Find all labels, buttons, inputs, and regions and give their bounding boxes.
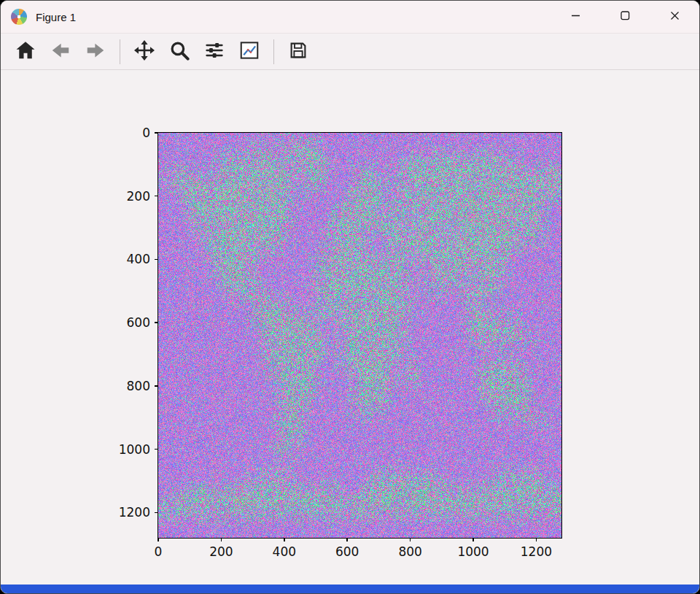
x-tick-label: 200 bbox=[209, 544, 233, 559]
y-tick-mark bbox=[155, 385, 158, 387]
y-tick-label: 1000 bbox=[119, 442, 150, 457]
y-tick-mark bbox=[155, 322, 158, 323]
home-button[interactable] bbox=[9, 36, 42, 67]
y-tick-label: 600 bbox=[127, 315, 150, 330]
back-arrow-icon bbox=[50, 39, 71, 63]
zoom-button[interactable] bbox=[163, 36, 195, 67]
x-tick-mark bbox=[410, 538, 411, 541]
y-tick-label: 0 bbox=[142, 126, 150, 140]
edit-plot-button[interactable] bbox=[233, 36, 265, 67]
close-icon bbox=[670, 11, 680, 23]
pan-button[interactable] bbox=[128, 36, 160, 67]
line-chart-icon bbox=[238, 39, 260, 63]
x-tick-mark bbox=[472, 538, 474, 541]
sliders-icon bbox=[204, 40, 225, 63]
y-tick-mark bbox=[155, 512, 158, 514]
matplotlib-logo-icon bbox=[11, 9, 27, 25]
y-tick-label: 1200 bbox=[119, 505, 150, 520]
maximize-button[interactable] bbox=[600, 1, 650, 33]
x-tick-label: 1000 bbox=[457, 544, 489, 559]
y-tick-mark bbox=[155, 449, 158, 450]
zoom-magnifier-icon bbox=[168, 39, 190, 63]
y-tick-mark bbox=[155, 259, 158, 261]
window-controls bbox=[551, 1, 699, 33]
maximize-icon bbox=[621, 11, 630, 23]
minimize-button[interactable] bbox=[551, 1, 600, 33]
y-tick-label: 800 bbox=[127, 379, 150, 393]
minimize-icon bbox=[571, 11, 580, 23]
title-bar-left: Figure 1 bbox=[1, 9, 76, 25]
x-tick-label: 800 bbox=[398, 544, 421, 559]
y-tick-mark bbox=[155, 196, 158, 197]
figure-canvas-area: 0200400600800100012000200400600800100012… bbox=[1, 70, 699, 585]
figure-canvas[interactable] bbox=[158, 133, 561, 538]
x-tick-mark bbox=[536, 538, 537, 541]
axes-plot-area: 0200400600800100012000200400600800100012… bbox=[158, 132, 562, 539]
title-bar[interactable]: Figure 1 bbox=[1, 1, 699, 34]
figure-window: Figure 1 bbox=[0, 0, 700, 594]
floppy-disk-icon bbox=[287, 39, 309, 63]
toolbar-separator bbox=[273, 39, 274, 64]
y-tick-mark bbox=[155, 132, 158, 134]
back-button[interactable] bbox=[44, 36, 77, 67]
y-tick-label: 200 bbox=[127, 189, 150, 204]
x-tick-label: 0 bbox=[155, 544, 163, 559]
forward-arrow-icon bbox=[85, 39, 106, 63]
pan-arrows-icon bbox=[133, 39, 156, 64]
toolbar-separator bbox=[120, 39, 120, 64]
x-tick-label: 1200 bbox=[521, 544, 552, 559]
y-tick-label: 400 bbox=[127, 252, 150, 266]
x-tick-mark bbox=[158, 538, 159, 541]
configure-subplots-button[interactable] bbox=[198, 36, 230, 67]
x-tick-label: 400 bbox=[273, 544, 296, 559]
x-tick-mark bbox=[346, 538, 348, 541]
x-tick-label: 600 bbox=[335, 544, 359, 559]
toolbar bbox=[1, 34, 699, 70]
desktop-edge-strip bbox=[1, 585, 699, 593]
home-icon bbox=[15, 39, 36, 63]
x-tick-mark bbox=[284, 538, 285, 541]
save-button[interactable] bbox=[282, 36, 314, 67]
x-tick-mark bbox=[221, 538, 222, 541]
close-button[interactable] bbox=[650, 1, 699, 33]
window-title: Figure 1 bbox=[36, 11, 76, 23]
forward-button[interactable] bbox=[79, 36, 112, 67]
